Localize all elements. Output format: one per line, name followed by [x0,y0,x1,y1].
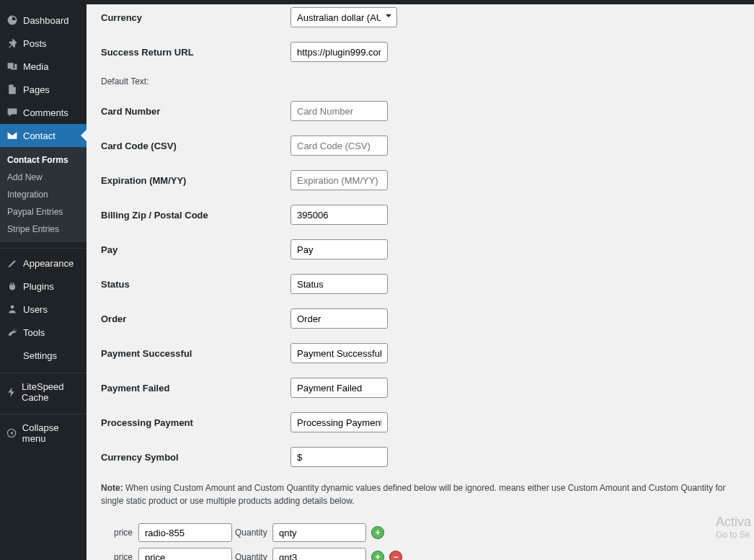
sidebar-item-plugins[interactable]: Plugins [0,275,87,298]
dashboard-icon [6,14,19,27]
brush-icon [6,257,19,270]
sidebar-item-appearance[interactable]: Appearance [0,252,87,275]
processing-label: Processing Payment [101,417,290,428]
product-rows: price Quantity + price Quantity + − pric… [101,515,740,560]
sidebar-label: LiteSpeed Cache [22,381,81,403]
sidebar-label: Pages [23,84,50,95]
product-row: price Quantity + [101,520,740,545]
separator [0,411,87,414]
sidebar-label: Contact [23,130,56,141]
submenu-contact-forms[interactable]: Contact Forms [0,151,87,169]
sidebar-label: Plugins [23,281,54,292]
submenu-paypal-entries[interactable]: Paypal Entries [0,203,87,221]
payment-failed-input[interactable] [290,378,388,398]
zip-input[interactable] [290,205,388,225]
mail-icon [6,129,19,142]
card-code-label: Card Code (CSV) [101,141,290,151]
admin-sidebar: Dashboard Posts Media Pages Comments Con… [0,0,87,560]
sliders-icon [6,349,19,362]
media-icon [6,60,19,73]
card-code-input[interactable] [290,135,388,156]
sidebar-item-tools[interactable]: Tools [0,321,87,344]
main-content: Currency Australian dollar (AUD) Success… [87,0,754,560]
payment-success-input[interactable] [290,343,388,363]
sidebar-item-posts[interactable]: Posts [0,32,87,55]
success-url-label: Success Return URL [101,47,290,58]
pin-icon [6,37,19,50]
expiration-input[interactable] [290,170,388,190]
admin-topbar [0,0,754,4]
note-custom-amount: Note: When using Custom Amount and Custo… [101,474,740,515]
sidebar-item-dashboard[interactable]: Dashboard [0,9,87,32]
sidebar-item-settings[interactable]: Settings [0,344,87,367]
sidebar-label: Posts [23,38,47,49]
status-input[interactable] [290,274,388,294]
add-row-icon[interactable]: + [371,551,384,560]
processing-input[interactable] [290,412,388,432]
currency-symbol-label: Currency Symbol [101,452,290,463]
submenu-add-new[interactable]: Add New [0,169,87,186]
submenu-integration[interactable]: Integration [0,186,87,203]
sidebar-item-collapse[interactable]: Collapse menu [0,417,87,449]
price-input[interactable] [138,523,232,542]
currency-select[interactable]: Australian dollar (AUD) [290,7,397,27]
quantity-label: Quantity [235,528,270,538]
card-number-input[interactable] [290,101,388,121]
payment-failed-label: Payment Failed [101,383,290,394]
default-text-header: Default Text: [101,69,740,94]
comment-icon [6,106,19,119]
sidebar-item-media[interactable]: Media [0,55,87,78]
user-icon [6,303,19,316]
sidebar-label: Dashboard [23,15,69,26]
svg-point-0 [11,305,14,308]
pay-label: Pay [101,244,290,255]
sidebar-label: Settings [23,350,57,361]
quantity-label: Quantity [235,552,270,560]
price-label: price [101,528,136,538]
success-url-input[interactable] [290,42,388,62]
quantity-input[interactable] [272,523,366,542]
card-number-label: Card Number [101,106,290,117]
product-row: price Quantity + − [101,545,740,560]
payment-success-label: Payment Successful [101,348,290,359]
price-label: price [101,552,136,560]
plug-icon [6,280,19,293]
sidebar-item-contact[interactable]: Contact [0,124,87,147]
sidebar-item-litespeed[interactable]: LiteSpeed Cache [0,376,87,408]
bolt-icon [6,386,17,399]
currency-label: Currency [101,12,290,23]
wrench-icon [6,326,19,339]
remove-row-icon[interactable]: − [389,551,402,560]
sidebar-label: Comments [23,107,68,118]
price-input[interactable] [138,548,232,560]
zip-label: Billing Zip / Postal Code [101,210,290,221]
expiration-label: Expiration (MM/YY) [101,175,290,186]
submenu-stripe-entries[interactable]: Stripe Entries [0,221,87,238]
sidebar-submenu: Contact Forms Add New Integration Paypal… [0,147,87,242]
sidebar-label: Tools [23,327,45,338]
sidebar-label: Collapse menu [22,422,81,444]
sidebar-label: Media [23,61,48,72]
sidebar-item-pages[interactable]: Pages [0,78,87,101]
sidebar-label: Appearance [23,258,74,269]
separator [0,245,87,249]
pay-input[interactable] [290,239,388,259]
status-label: Status [101,279,290,290]
currency-symbol-input[interactable] [290,447,388,467]
order-input[interactable] [290,308,388,329]
add-row-icon[interactable]: + [371,526,384,539]
sidebar-item-comments[interactable]: Comments [0,101,87,124]
quantity-input[interactable] [272,548,366,560]
separator [0,370,87,373]
sidebar-item-users[interactable]: Users [0,298,87,321]
order-label: Order [101,314,290,324]
collapse-icon [6,427,18,440]
sidebar-label: Users [23,304,48,315]
page-icon [6,83,19,96]
